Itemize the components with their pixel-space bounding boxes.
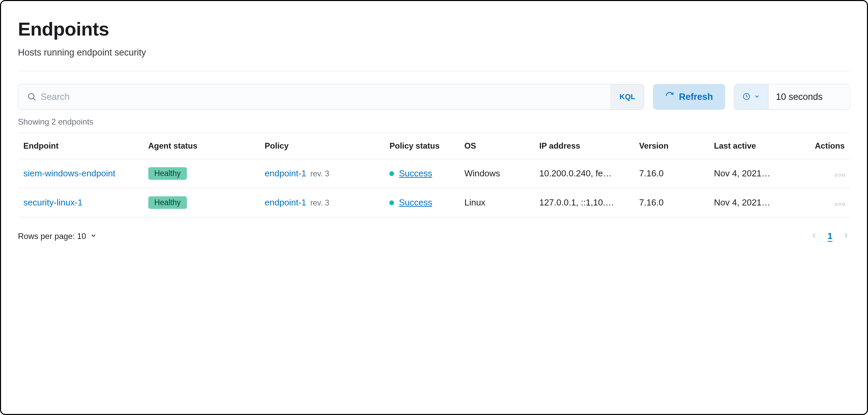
refresh-button[interactable]: Refresh bbox=[653, 84, 725, 110]
cell-actions bbox=[808, 188, 850, 217]
policy-link[interactable]: endpoint-1 bbox=[265, 168, 306, 179]
page-prev-button[interactable] bbox=[810, 232, 818, 241]
svg-point-0 bbox=[28, 93, 34, 99]
refresh-icon bbox=[665, 91, 674, 103]
policy-status-link[interactable]: Success bbox=[399, 197, 432, 208]
table-row: siem-windows-endpoint Healthy endpoint-1… bbox=[18, 159, 850, 188]
policy-revision: rev. 3 bbox=[310, 169, 329, 178]
refresh-interval: 10 seconds bbox=[734, 84, 850, 110]
col-header-policy[interactable]: Policy bbox=[259, 133, 384, 159]
chevron-down-icon bbox=[754, 93, 760, 101]
status-dot-icon bbox=[389, 200, 394, 205]
status-badge: Healthy bbox=[148, 196, 187, 209]
refresh-label: Refresh bbox=[679, 92, 713, 102]
cell-policy: endpoint-1rev. 3 bbox=[259, 159, 384, 188]
endpoint-link[interactable]: security-linux-1 bbox=[23, 197, 83, 208]
table-row: security-linux-1 Healthy endpoint-1rev. … bbox=[18, 188, 850, 217]
endpoint-link[interactable]: siem-windows-endpoint bbox=[23, 168, 115, 178]
kql-badge[interactable]: KQL bbox=[610, 84, 644, 109]
cell-agent-status: Healthy bbox=[143, 159, 259, 188]
header-divider bbox=[18, 71, 850, 71]
cell-policy-status: Success bbox=[384, 159, 459, 188]
col-header-actions: Actions bbox=[808, 133, 850, 159]
search-icon bbox=[27, 92, 37, 102]
col-header-version[interactable]: Version bbox=[634, 133, 709, 159]
policy-link[interactable]: endpoint-1 bbox=[265, 197, 306, 208]
cell-os: Windows bbox=[459, 159, 534, 188]
cell-version: 7.16.0 bbox=[634, 159, 709, 188]
page-number[interactable]: 1 bbox=[828, 231, 832, 241]
col-header-endpoint[interactable]: Endpoint bbox=[18, 133, 143, 159]
policy-status-link[interactable]: Success bbox=[399, 168, 432, 179]
refresh-interval-text: 10 seconds bbox=[768, 84, 850, 109]
row-actions-button[interactable] bbox=[835, 174, 845, 176]
search-input[interactable] bbox=[41, 84, 610, 109]
toolbar: KQL Refresh 10 seconds bbox=[18, 84, 850, 110]
col-header-agent-status[interactable]: Agent status bbox=[143, 133, 259, 159]
table-header-row: Endpoint Agent status Policy Policy stat… bbox=[18, 133, 850, 159]
cell-last-active: Nov 4, 2021… bbox=[709, 159, 808, 188]
policy-revision: rev. 3 bbox=[310, 198, 329, 208]
cell-endpoint: security-linux-1 bbox=[18, 188, 143, 217]
status-badge: Healthy bbox=[148, 167, 187, 180]
page-next-button[interactable] bbox=[842, 232, 850, 241]
col-header-os[interactable]: OS bbox=[459, 133, 534, 159]
col-header-ip[interactable]: IP address bbox=[534, 133, 634, 159]
page-title: Endpoints bbox=[18, 18, 850, 40]
endpoints-table: Endpoint Agent status Policy Policy stat… bbox=[18, 133, 850, 217]
cell-actions bbox=[808, 159, 850, 188]
cell-ip: 10.200.0.240, fe… bbox=[534, 159, 634, 188]
cell-agent-status: Healthy bbox=[143, 188, 259, 217]
page-subtitle: Hosts running endpoint security bbox=[18, 47, 850, 58]
cell-endpoint: siem-windows-endpoint bbox=[18, 159, 143, 188]
clock-icon bbox=[742, 92, 751, 102]
showing-count: Showing 2 endpoints bbox=[18, 117, 850, 127]
cell-version: 7.16.0 bbox=[634, 188, 709, 217]
chevron-down-icon bbox=[90, 232, 97, 241]
refresh-interval-button[interactable] bbox=[734, 84, 768, 109]
cell-os: Linux bbox=[459, 188, 534, 217]
rows-per-page-button[interactable]: Rows per page: 10 bbox=[18, 232, 97, 241]
cell-policy: endpoint-1rev. 3 bbox=[259, 188, 384, 217]
status-dot-icon bbox=[389, 171, 394, 176]
svg-line-1 bbox=[34, 99, 36, 101]
rows-per-page-label: Rows per page: 10 bbox=[18, 232, 86, 241]
col-header-policy-status[interactable]: Policy status bbox=[384, 133, 459, 159]
cell-policy-status: Success bbox=[384, 188, 459, 217]
cell-ip: 127.0.0.1, ::1,10.… bbox=[534, 188, 634, 217]
search-field-wrap: KQL bbox=[18, 84, 644, 110]
col-header-last-active[interactable]: Last active bbox=[709, 133, 808, 159]
table-footer: Rows per page: 10 1 bbox=[18, 231, 850, 241]
row-actions-button[interactable] bbox=[835, 203, 845, 205]
cell-last-active: Nov 4, 2021… bbox=[709, 188, 808, 217]
pagination: 1 bbox=[810, 231, 850, 241]
